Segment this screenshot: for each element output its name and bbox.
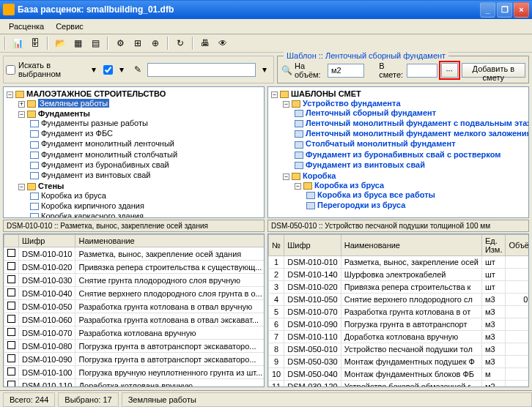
tree-item[interactable]: Фундамент монолитный ленточный — [41, 139, 174, 148]
table-row[interactable]: 7DSM-010-110Доработка котлована вручнуюм… — [269, 331, 530, 343]
tree-item[interactable]: Ленточный монолитный фундамент с подваль… — [306, 119, 529, 127]
estimate-input[interactable] — [407, 64, 437, 78]
print-icon[interactable]: 🖶 — [198, 36, 213, 51]
table-row[interactable]: DSM-010-020Привязка репера строительства… — [4, 261, 265, 274]
table-row[interactable]: DSM-010-050Разработка грунта котлована в… — [4, 300, 265, 313]
tree-item[interactable]: Фундамент из винтовых свай — [41, 171, 150, 179]
table-row[interactable]: DSM-010-040Снятие верхнего плодородного … — [4, 287, 265, 300]
tree-item[interactable]: Устройство фундамента — [303, 99, 401, 108]
copy-icon[interactable]: ⊞ — [130, 36, 145, 51]
add-icon[interactable]: ⊕ — [148, 36, 163, 51]
tree-item[interactable]: Коробка из бруса все работы — [317, 190, 435, 199]
db-icon[interactable]: 🗄 — [28, 36, 43, 51]
tree-item[interactable]: Перегородки из бруса — [317, 201, 405, 209]
find-icon[interactable]: 🔍 — [281, 63, 293, 78]
refresh-icon[interactable]: ↻ — [173, 36, 188, 51]
table-row[interactable]: 10DSM-050-040Монтаж фундаментных блоков … — [269, 368, 530, 381]
row-checkbox[interactable] — [7, 354, 15, 362]
tree-toggle[interactable]: − — [283, 101, 289, 108]
tree-item[interactable]: Коробка кирпичного здания — [41, 201, 144, 210]
search-in-selected-checkbox[interactable] — [6, 65, 15, 75]
tree-item[interactable]: Стены — [38, 182, 64, 190]
menu-service[interactable]: Сервис — [50, 20, 89, 32]
menu-rate[interactable]: Расценка — [3, 20, 50, 32]
dots-button[interactable]: ··· — [441, 63, 458, 78]
tree-item[interactable]: Ленточный сборный фундамент — [306, 108, 436, 117]
table-row[interactable]: 6DSM-010-090Погрузка грунта в автотрансп… — [269, 318, 530, 331]
table-row[interactable]: 4DSM-010-050Снятие верхнего плодородного… — [269, 294, 530, 306]
row-checkbox[interactable] — [7, 328, 15, 336]
row-checkbox[interactable] — [7, 341, 15, 349]
tree-toggle[interactable]: − — [283, 173, 289, 180]
table-row[interactable]: 1DSM-010-010Разметка, вынос, закрепление… — [269, 256, 530, 269]
col-name[interactable]: Наименование — [75, 235, 265, 247]
row-checkbox[interactable] — [7, 315, 15, 323]
tree-item[interactable]: Земляные работы — [38, 99, 109, 108]
table-row[interactable]: DSM-010-010Разметка, вынос, закрепление … — [4, 247, 265, 261]
table-row[interactable]: DSM-010-080Погрузка грунта в автотранспо… — [4, 340, 265, 353]
wand-icon[interactable]: ✎ — [131, 62, 144, 77]
right-tree[interactable]: −ШАБЛОНЫ СМЕТ −Устройство фундамента Лен… — [267, 86, 529, 218]
chart-icon[interactable]: 📊 — [10, 36, 25, 51]
row-checkbox[interactable] — [7, 275, 15, 283]
table-row[interactable]: DSM-010-090Погрузка грунта в автотранспо… — [4, 353, 265, 366]
dropdown2-icon[interactable]: ▾ — [116, 62, 128, 77]
search-input[interactable] — [147, 63, 256, 77]
tree-item[interactable]: Фундаменты разные работы — [41, 119, 148, 127]
table-row[interactable]: 8DSM-050-010Устройство песчаной подушки … — [269, 343, 530, 356]
table-row[interactable]: 3DSM-010-020Привязка репера строительств… — [269, 281, 530, 294]
col-vol[interactable]: Объём — [506, 235, 529, 256]
tree-toggle[interactable]: − — [18, 111, 25, 118]
tree-toggle[interactable]: − — [18, 184, 25, 190]
row-checkbox[interactable] — [7, 288, 15, 296]
gear-icon[interactable]: ⚙ — [113, 36, 128, 51]
tree-item[interactable]: Коробка из бруса — [41, 191, 106, 200]
right-grid[interactable]: № Шифр Наименование Ед. Изм. Объём 1DSM-… — [267, 234, 529, 387]
tree-item[interactable]: Фундамент из буронабивных свай — [41, 160, 169, 169]
tree-item[interactable]: Коробка — [303, 171, 336, 180]
tree-item[interactable]: Коробка из бруса — [314, 181, 384, 190]
table-row[interactable]: DSM-010-110Доработка котлована вручную — [4, 379, 265, 388]
grid2-icon[interactable]: ▤ — [88, 36, 103, 51]
tree-item[interactable]: Фундамент монолитный столбчатый — [41, 150, 177, 159]
table-row[interactable]: 11DSM-030-120Устройство боковой обмазочн… — [269, 381, 530, 388]
tree-item[interactable]: Коробка каркасного здания — [41, 212, 144, 218]
tree-toggle[interactable]: − — [7, 92, 13, 98]
tree-item[interactable]: Столбчатый монолитный фундамент — [306, 139, 456, 148]
tree-item[interactable]: Ленточный монолитный фундамент мелкого з… — [306, 129, 529, 138]
tree-toggle[interactable]: + — [18, 101, 25, 108]
filter-checkbox[interactable] — [103, 65, 113, 75]
row-checkbox[interactable] — [7, 381, 15, 387]
add-to-estimate-button[interactable]: Добавить в смету — [462, 63, 525, 78]
col-code[interactable]: Шифр — [19, 235, 75, 247]
tree-item[interactable]: Фундамент из буронабивных свай с роствер… — [306, 150, 500, 159]
table-row[interactable]: DSM-010-060Разработка грунта котлована в… — [4, 313, 265, 326]
row-checkbox[interactable] — [7, 249, 15, 257]
table-row[interactable]: 2DSM-010-140Шурфовка электрокабелейшт — [269, 269, 530, 281]
tree-item[interactable]: Фундамент из ФБС — [41, 129, 113, 138]
tree-toggle[interactable]: − — [295, 183, 301, 190]
table-row[interactable]: 5DSM-010-070Разработка грунта котлована … — [269, 306, 530, 318]
table-row[interactable]: DSM-010-070Разработка котлована вручную — [4, 326, 265, 340]
search-dropdown-icon[interactable]: ▾ — [259, 62, 271, 77]
tree-item[interactable]: Фундаменты — [38, 109, 90, 118]
minimize-button[interactable]: _ — [480, 2, 495, 18]
dropdown-icon[interactable]: ▾ — [87, 62, 100, 77]
left-grid[interactable]: Шифр Наименование DSM-010-010Разметка, в… — [3, 234, 265, 387]
col-name[interactable]: Наименование — [341, 235, 481, 256]
col-num[interactable]: № — [269, 235, 284, 256]
col-check[interactable] — [4, 235, 19, 247]
left-tree[interactable]: −МАЛОЭТАЖНОЕ СТРОИТЕЛЬСТВО +Земляные раб… — [3, 86, 265, 218]
col-unit[interactable]: Ед. Изм. — [481, 235, 506, 256]
folder-open-icon[interactable]: 📂 — [53, 36, 67, 51]
tree-item[interactable]: Фундамент из винтовых свай — [306, 160, 425, 169]
table-row[interactable]: 9DSM-050-030Монтаж фундаментных подушек … — [269, 356, 530, 368]
row-checkbox[interactable] — [7, 262, 15, 270]
preview-icon[interactable]: 👁 — [215, 36, 230, 51]
volume-input[interactable] — [328, 64, 364, 78]
tree-toggle[interactable]: − — [271, 92, 278, 98]
close-button[interactable]: × — [514, 2, 529, 18]
grid1-icon[interactable]: ▦ — [70, 36, 85, 51]
maximize-button[interactable]: ❐ — [497, 2, 512, 18]
row-checkbox[interactable] — [7, 302, 15, 310]
